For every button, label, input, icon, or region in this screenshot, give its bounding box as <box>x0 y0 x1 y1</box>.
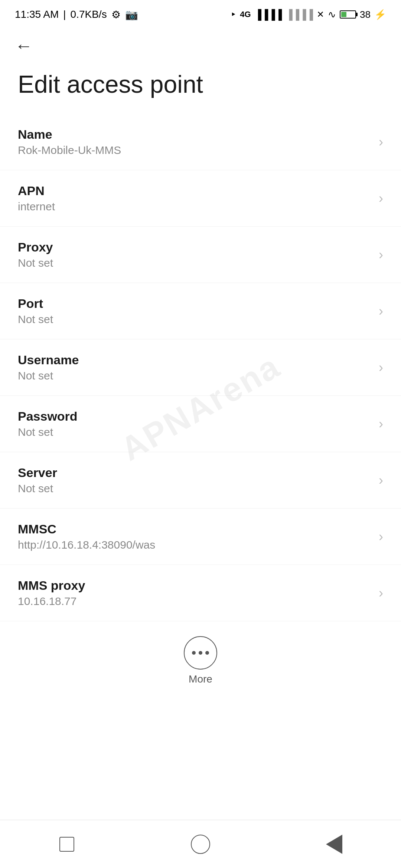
recents-icon <box>59 837 74 852</box>
time-display: 11:35 AM <box>15 9 59 20</box>
settings-item-value-3: Not set <box>18 313 371 326</box>
settings-item-content-6: ServerNot set <box>18 466 371 495</box>
dot-1 <box>192 651 196 655</box>
settings-item-port[interactable]: PortNot set› <box>0 283 401 339</box>
charging-icon: ⚡ <box>374 9 386 20</box>
settings-item-value-8: 10.16.18.77 <box>18 595 371 608</box>
settings-item-value-4: Not set <box>18 369 371 382</box>
settings-item-content-7: MMSChttp://10.16.18.4:38090/was <box>18 522 371 551</box>
settings-item-value-0: Rok-Mobile-Uk-MMS <box>18 144 371 157</box>
settings-item-content-2: ProxyNot set <box>18 240 371 269</box>
wifi-icon: ∿ <box>328 9 336 20</box>
nav-home-button[interactable] <box>186 829 215 859</box>
chevron-right-icon-6: › <box>379 473 383 488</box>
settings-item-content-3: PortNot set <box>18 296 371 326</box>
settings-item-apn[interactable]: APNinternet› <box>0 170 401 227</box>
chevron-right-icon-3: › <box>379 303 383 319</box>
signal-bars-icon: ▐▐▐▐ <box>255 9 282 20</box>
settings-item-value-6: Not set <box>18 482 371 495</box>
navigation-bar <box>0 820 401 868</box>
settings-item-value-2: Not set <box>18 257 371 269</box>
more-button-section: More <box>0 621 401 696</box>
battery-percent: 38 <box>360 9 371 20</box>
nav-recents-button[interactable] <box>52 829 82 859</box>
status-left: 11:35 AM | 0.7KB/s ⚙ 📷 <box>15 9 138 21</box>
status-right: ‣ 4G ▐▐▐▐ ▐▐▐▐ ✕ ∿ 38 ⚡ <box>231 9 386 20</box>
settings-item-content-1: APNinternet <box>18 184 371 213</box>
back-button-row: ← <box>0 26 401 62</box>
status-bar: 11:35 AM | 0.7KB/s ⚙ 📷 ‣ 4G ▐▐▐▐ ▐▐▐▐ ✕ … <box>0 0 401 26</box>
settings-item-label-2: Proxy <box>18 240 371 254</box>
settings-item-mms-proxy[interactable]: MMS proxy10.16.18.77› <box>0 565 401 621</box>
settings-item-label-3: Port <box>18 296 371 311</box>
more-dots-icon <box>192 651 209 655</box>
home-icon <box>191 835 210 854</box>
settings-item-mmsc[interactable]: MMSChttp://10.16.18.4:38090/was› <box>0 509 401 565</box>
settings-item-content-4: UsernameNot set <box>18 353 371 382</box>
settings-item-content-0: NameRok-Mobile-Uk-MMS <box>18 127 371 157</box>
settings-list: NameRok-Mobile-Uk-MMS›APNinternet›ProxyN… <box>0 114 401 621</box>
signal-bars2-icon: ▐▐▐▐ <box>286 9 313 20</box>
settings-item-name[interactable]: NameRok-Mobile-Uk-MMS› <box>0 114 401 170</box>
settings-item-label-4: Username <box>18 353 371 367</box>
settings-item-label-8: MMS proxy <box>18 578 371 593</box>
battery-icon <box>340 10 356 19</box>
settings-item-label-0: Name <box>18 127 371 142</box>
settings-item-label-5: Password <box>18 409 371 424</box>
chevron-right-icon-0: › <box>379 134 383 150</box>
dot-2 <box>199 651 202 655</box>
dot-3 <box>205 651 209 655</box>
page-title: Edit access point <box>0 62 401 114</box>
settings-item-label-6: Server <box>18 466 371 480</box>
chevron-right-icon-8: › <box>379 585 383 601</box>
settings-item-username[interactable]: UsernameNot set› <box>0 339 401 396</box>
settings-item-value-5: Not set <box>18 426 371 438</box>
settings-item-content-8: MMS proxy10.16.18.77 <box>18 578 371 608</box>
more-button[interactable] <box>184 636 217 670</box>
no-signal-icon: ✕ <box>317 9 324 20</box>
back-icon <box>326 835 342 854</box>
settings-icon: ⚙ <box>111 9 121 21</box>
settings-item-password[interactable]: PasswordNot set› <box>0 396 401 452</box>
settings-item-content-5: PasswordNot set <box>18 409 371 438</box>
chevron-right-icon-1: › <box>379 191 383 206</box>
chevron-right-icon-2: › <box>379 247 383 263</box>
settings-item-label-7: MMSC <box>18 522 371 536</box>
more-label: More <box>189 673 212 685</box>
chevron-right-icon-4: › <box>379 360 383 375</box>
settings-item-proxy[interactable]: ProxyNot set› <box>0 227 401 283</box>
bluetooth-icon: ‣ <box>231 9 236 20</box>
chevron-right-icon-5: › <box>379 416 383 432</box>
settings-item-server[interactable]: ServerNot set› <box>0 452 401 509</box>
nav-back-button[interactable] <box>319 829 349 859</box>
data-speed: 0.7KB/s <box>71 9 107 20</box>
settings-item-label-1: APN <box>18 184 371 198</box>
settings-item-value-7: http://10.16.18.4:38090/was <box>18 539 371 551</box>
back-button[interactable]: ← <box>15 37 33 55</box>
chevron-right-icon-7: › <box>379 529 383 545</box>
speed-display: | <box>63 9 66 20</box>
video-icon: 📷 <box>125 9 138 21</box>
signal-4g-icon: 4G <box>240 10 251 19</box>
settings-item-value-1: internet <box>18 200 371 213</box>
